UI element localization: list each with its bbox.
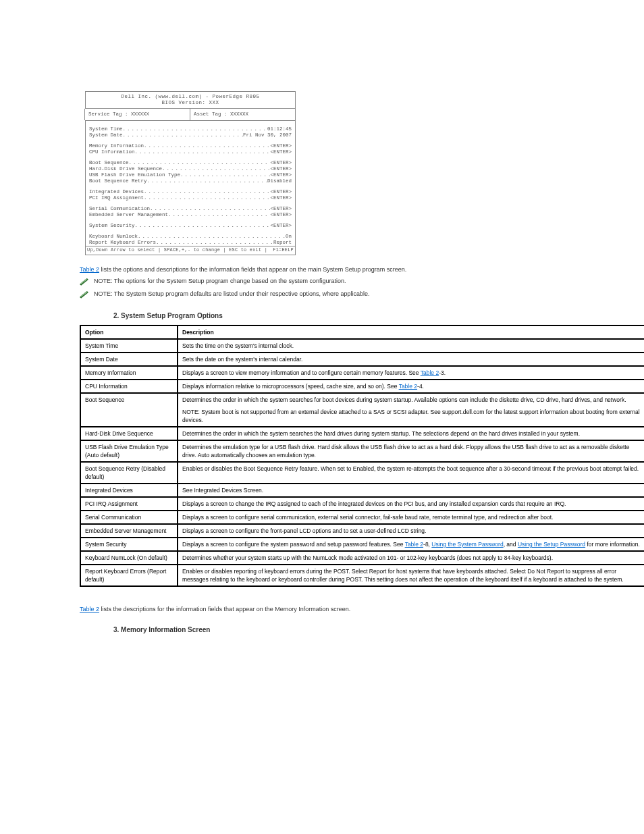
bios-line-value: <ENTER> — [270, 172, 292, 178]
cell-option: System Time — [80, 339, 178, 353]
bios-footer-right: F1=HELP — [273, 247, 294, 253]
bios-line-label: Hard-Disk Drive Sequence — [89, 166, 162, 172]
cell-description: Displays a screen to change the IRQ assi… — [178, 497, 644, 511]
bios-line: Boot Sequence ..........................… — [89, 160, 292, 166]
note-row-1: NOTE: The options for the System Setup p… — [80, 277, 593, 286]
bios-footer-left: Up,Down Arrow to select | SPACE,+,- to c… — [87, 247, 267, 253]
bios-line-dots: ........................................… — [144, 189, 270, 195]
cell-option: Boot Sequence Retry (Disabled default) — [80, 462, 178, 484]
bios-line: System Security ........................… — [89, 223, 292, 229]
desc-text: Displays a screen to configure the syste… — [182, 541, 405, 548]
cell-description: Sets the date on the system's internal c… — [178, 353, 644, 366]
bios-line-label: CPU Information — [89, 149, 135, 155]
bios-line-value: <ENTER> — [270, 189, 292, 195]
bios-line-dots: ........................................… — [135, 223, 271, 229]
bios-line: System Time ............................… — [89, 126, 292, 132]
note-icon — [80, 278, 88, 286]
bios-screenshot: Dell Inc. (www.dell.com) - PowerEdge R80… — [85, 91, 296, 255]
bios-line-label: Integrated Devices — [89, 189, 144, 195]
table2-caption: 2. System Setup Program Options — [113, 312, 593, 319]
bios-line-label: System Date — [89, 132, 123, 138]
desc-link[interactable]: Table 2 — [399, 383, 417, 390]
bios-line-value: <ENTER> — [270, 223, 292, 229]
table-row: Serial CommunicationDisplays a screen to… — [80, 511, 644, 524]
bios-line-value: 01:12:45 — [267, 126, 292, 132]
table-row: Memory InformationDisplays a screen to v… — [80, 366, 644, 380]
bios-line: Integrated Devices .....................… — [89, 189, 292, 195]
cell-description: Enables or disables reporting of keyboar… — [178, 565, 644, 586]
desc-link[interactable]: Table 2 — [405, 541, 423, 548]
th-description: Description — [178, 325, 644, 339]
bios-line-label: Keyboard Numlock — [89, 234, 138, 240]
cell-option: USB Flash Drive Emulation Type (Auto def… — [80, 440, 178, 462]
memory-lead-text: lists the descriptions for the informati… — [99, 606, 350, 613]
table-row: Embedded Server ManagementDisplays a scr… — [80, 524, 644, 538]
bios-line-label: Memory Information — [89, 143, 144, 149]
cell-option: Hard-Disk Drive Sequence — [80, 427, 178, 440]
bios-group: Integrated Devices .....................… — [89, 189, 292, 201]
desc-text: -8, — [423, 541, 431, 548]
cell-option: Embedded Server Management — [80, 524, 178, 538]
note-icon — [80, 291, 88, 298]
bios-line-value: <ENTER> — [270, 160, 292, 166]
table-row: CPU InformationDisplays information rela… — [80, 380, 644, 393]
bios-line-dots: ........................................… — [150, 206, 270, 212]
bios-line-dots: ........................................… — [156, 240, 273, 246]
bios-line-value: <ENTER> — [270, 149, 292, 155]
bios-group: System Time ............................… — [89, 126, 292, 138]
desc-text: Displays information relative to micropr… — [182, 383, 399, 390]
note1-text: NOTE: The options for the System Setup p… — [94, 277, 346, 285]
table-row: Boot Sequence Retry (Disabled default)En… — [80, 462, 644, 484]
desc-link[interactable]: Using the Setup Password — [518, 541, 585, 548]
bios-group: System Security ........................… — [89, 223, 292, 229]
bios-title-line1: Dell Inc. (www.dell.com) - PowerEdge R80… — [86, 94, 295, 100]
bios-line-dots: ........................................… — [135, 149, 271, 155]
para-table2-lead: Table 2 lists the options and descriptio… — [80, 266, 593, 273]
bios-line-label: USB Flash Drive Emulation Type — [89, 172, 180, 178]
bios-line-value: Disabled — [267, 178, 292, 184]
bios-line: Memory Information .....................… — [89, 143, 292, 149]
bios-line: PCI IRQ Assignment .....................… — [89, 195, 292, 201]
table-row: Boot SequenceDetermines the order in whi… — [80, 393, 644, 427]
bios-line-label: Report Keyboard Errors — [89, 240, 156, 246]
cell-description: Displays a screen to view memory informa… — [178, 366, 644, 380]
svg-marker-3 — [80, 291, 88, 298]
bios-line-label: Boot Sequence — [89, 160, 129, 166]
cell-option: Report Keyboard Errors (Report default) — [80, 565, 178, 586]
memory-lead-para: Table 2 lists the descriptions for the i… — [80, 606, 593, 613]
cell-option: System Security — [80, 538, 178, 551]
bios-line-label: System Security — [89, 223, 135, 229]
bios-line: Report Keyboard Errors .................… — [89, 240, 292, 246]
bios-line-value: <ENTER> — [270, 206, 292, 212]
bios-line-dots: ........................................… — [162, 166, 270, 172]
table-row: Report Keyboard Errors (Report default)E… — [80, 565, 644, 586]
bios-line-dots: ........................................… — [144, 195, 270, 201]
table-row: Keyboard NumLock (On default)Determines … — [80, 551, 644, 565]
bios-line-value: <ENTER> — [270, 166, 292, 172]
cell-option: Memory Information — [80, 366, 178, 380]
desc-text: , and — [504, 541, 518, 548]
table-row: USB Flash Drive Emulation Type (Auto def… — [80, 440, 644, 462]
cell-option: Serial Communication — [80, 511, 178, 524]
link-table2-b[interactable]: Table 2 — [80, 606, 99, 613]
memory-caption: 3. Memory Information Screen — [113, 626, 593, 633]
bios-line-label: System Time — [89, 126, 123, 132]
cell-description: Determines the emulation type for a USB … — [178, 440, 644, 462]
note-row-2: NOTE: The System Setup program defaults … — [80, 290, 593, 298]
desc-text: Displays a screen to view memory informa… — [182, 369, 421, 376]
cell-option: Boot Sequence — [80, 393, 178, 427]
bios-group: Keyboard Numlock .......................… — [89, 234, 292, 246]
bios-line: Hard-Disk Drive Sequence................… — [89, 166, 292, 172]
desc-link[interactable]: Table 2 — [421, 369, 439, 376]
link-table2-a[interactable]: Table 2 — [80, 266, 99, 273]
table-row: Hard-Disk Drive SequenceDetermines the o… — [80, 427, 644, 440]
bios-line: Embedded Server Management .............… — [89, 212, 292, 218]
desc-text: -3. — [439, 369, 446, 376]
para-table2-lead-text: lists the options and descriptions for t… — [99, 266, 406, 273]
bios-title-line2: BIOS Version: XXX — [86, 100, 295, 106]
bios-line-value: <ENTER> — [270, 195, 292, 201]
bios-line-label: Boot Sequence Retry — [89, 178, 147, 184]
options-table: Option Description System TimeSets the t… — [80, 325, 644, 587]
bios-line-value: <ENTER> — [270, 143, 292, 149]
desc-link[interactable]: Using the System Password — [431, 541, 503, 548]
